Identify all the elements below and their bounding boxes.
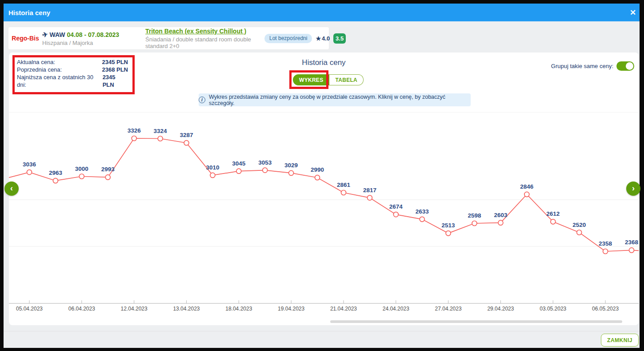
data-point-label: 3045 (232, 160, 246, 167)
data-point-label: 3029 (284, 162, 298, 169)
data-point[interactable] (420, 217, 424, 222)
data-point-label: 3053 (258, 159, 272, 166)
data-point-label: 2513 (442, 222, 456, 229)
data-point[interactable] (132, 136, 136, 141)
data-point[interactable] (603, 249, 608, 254)
board-and-room: Śniadania / double standard room double … (145, 36, 264, 49)
info-banner-text: Wykres przedstawia zmiany ceny za osobę … (209, 94, 471, 106)
x-axis-label: 13.04.2023 (173, 306, 200, 311)
x-axis-label: 12.04.2023 (121, 306, 148, 311)
price-row-lowest-30d: Najniższa cena z ostatnich 30 dni: 2345 … (17, 73, 128, 89)
view-tabs: WYKRES TABELA (293, 74, 364, 85)
footer-divider (4, 331, 640, 331)
data-point[interactable] (524, 192, 529, 197)
data-point[interactable] (446, 231, 451, 236)
tab-tabela[interactable]: TABELA (329, 74, 364, 85)
x-axis-label: 19.04.2023 (278, 306, 304, 311)
screenshot-frame: Historia ceny ✕ Rego-Bis ✈ WAW 04.08 - 0… (0, 0, 644, 351)
data-point-label: 2612 (546, 210, 560, 217)
star-rating-value: 4.0 (322, 35, 330, 42)
data-point-label: 2993 (101, 166, 115, 173)
data-point[interactable] (472, 221, 477, 226)
data-point-label: 2520 (572, 222, 586, 228)
data-point[interactable] (393, 212, 398, 217)
data-point[interactable] (498, 220, 503, 225)
close-icon[interactable]: ✕ (628, 7, 638, 18)
star-rating: ★ 4.0 (316, 35, 330, 42)
data-point[interactable] (263, 168, 268, 173)
chevron-right-icon: › (632, 184, 635, 193)
data-point-label: 3036 (23, 161, 36, 168)
x-axis-label: 03.05.2023 (540, 306, 566, 311)
data-point-label: 2817 (363, 187, 376, 194)
group-same-prices-toggle[interactable] (616, 61, 634, 71)
destination: Hiszpania / Majorka (42, 40, 145, 46)
data-point-label: 2598 (468, 212, 481, 219)
modal-titlebar: Historia ceny (4, 4, 640, 21)
data-point[interactable] (184, 141, 189, 145)
chart-svg: 05.04.202306.04.202312.04.202313.04.2023… (9, 112, 639, 311)
x-axis-label: 24.04.2023 (383, 306, 409, 311)
data-point[interactable] (210, 173, 215, 178)
travel-dates: 04.08 - 07.08.2023 (67, 31, 120, 38)
hotel-block: Triton Beach (ex Sensity Chillout ) Śnia… (145, 27, 264, 49)
data-point-label: 3287 (180, 132, 193, 138)
review-score-badge: 3.5 (333, 33, 346, 44)
chart-scroll-left-button[interactable]: ‹ (4, 182, 19, 196)
toggle-knob (626, 62, 633, 70)
flight-block: ✈ WAW 04.08 - 07.08.2023 Hiszpania / Maj… (42, 31, 145, 46)
data-point[interactable] (27, 170, 32, 175)
hotel-name-link[interactable]: Triton Beach (ex Sensity Chillout ) (145, 28, 246, 35)
data-point[interactable] (79, 174, 84, 179)
data-point[interactable] (341, 190, 346, 195)
data-point[interactable] (53, 178, 58, 183)
operator-logo: Rego-Bis (8, 35, 42, 42)
chevron-left-icon: ‹ (10, 184, 13, 193)
offer-card: Rego-Bis ✈ WAW 04.08 - 07.08.2023 Hiszpa… (8, 27, 329, 50)
data-point-label: 2603 (494, 212, 508, 218)
star-icon: ★ (316, 35, 321, 42)
departure-airport: WAW (50, 31, 65, 38)
data-point-label: 2990 (311, 166, 324, 173)
x-axis-label: 05.04.2023 (16, 306, 43, 311)
x-axis-label: 06.04.2023 (68, 306, 95, 311)
data-point-label: 2861 (337, 182, 351, 188)
data-point[interactable] (105, 175, 110, 180)
data-point[interactable] (315, 175, 320, 180)
data-point-label: 3324 (154, 128, 168, 134)
chart-horizontal-scrollbar[interactable] (330, 320, 622, 323)
x-axis-label: 29.04.2023 (487, 306, 514, 311)
x-axis-label: 21.04.2023 (330, 306, 357, 311)
data-point[interactable] (551, 219, 556, 224)
price-value: 2345 PLN (103, 73, 128, 89)
info-banner: i Wykres przedstawia zmiany ceny za osob… (199, 93, 471, 106)
data-point-label: 2358 (599, 240, 612, 247)
data-point-label: 3000 (75, 165, 88, 172)
data-point-label: 2846 (520, 183, 534, 190)
x-axis-label: 18.04.2023 (225, 306, 252, 311)
modal-title: Historia ceny (4, 9, 50, 16)
data-point[interactable] (577, 230, 582, 235)
data-point-label: 2633 (416, 208, 429, 215)
data-point[interactable] (289, 170, 294, 175)
x-axis-label: 27.04.2023 (435, 306, 462, 311)
data-point[interactable] (158, 136, 163, 141)
price-line (9, 138, 639, 251)
info-icon: i (199, 97, 205, 103)
data-point-label: 2963 (49, 169, 63, 176)
price-label: Najniższa cena z ostatnich 30 dni: (17, 73, 103, 89)
data-point-label: 2368 (625, 239, 639, 246)
data-point-label: 3326 (128, 127, 141, 134)
zamknij-button[interactable]: ZAMKNIJ (601, 334, 639, 347)
group-same-prices-label: Grupuj takie same ceny: (511, 63, 613, 69)
chart-scroll-right-button[interactable]: › (626, 182, 640, 196)
data-point[interactable] (236, 169, 241, 173)
tab-wykres[interactable]: WYKRES (293, 74, 329, 85)
data-point-label: 3010 (206, 164, 219, 171)
x-axis-label: 06.05.2023 (592, 306, 619, 311)
data-point[interactable] (629, 248, 634, 253)
data-point[interactable] (367, 195, 372, 200)
direct-flight-badge: Lot bezpośredni (264, 34, 312, 43)
plane-departure-icon: ✈ (41, 30, 48, 39)
price-history-chart: 05.04.202306.04.202312.04.202313.04.2023… (9, 112, 639, 311)
